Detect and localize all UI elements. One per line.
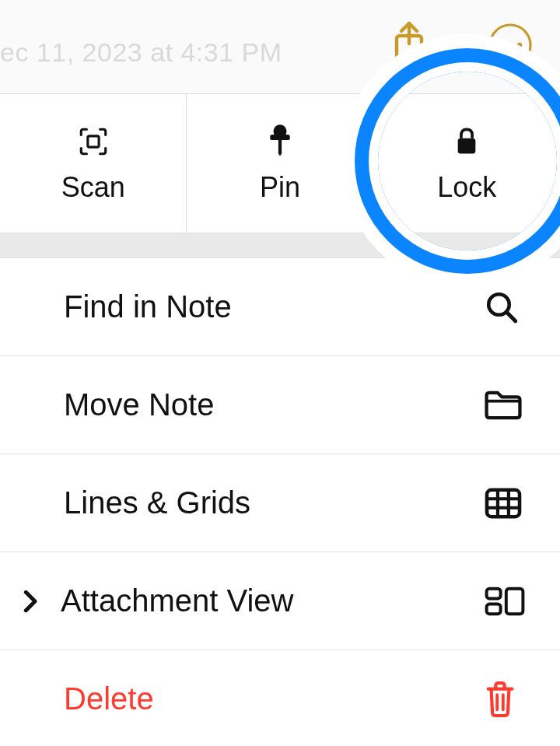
section-divider xyxy=(0,233,560,258)
lock-icon xyxy=(453,123,480,157)
quick-actions-row: Scan Pin Lock xyxy=(0,93,560,233)
share-button[interactable] xyxy=(390,20,428,64)
more-button[interactable] xyxy=(487,22,534,68)
menu-item-attachment-view[interactable]: Attachment View xyxy=(0,552,560,650)
pin-icon xyxy=(267,123,293,157)
svg-rect-11 xyxy=(487,489,520,516)
menu-item-label: Move Note xyxy=(64,387,484,422)
attachment-view-icon xyxy=(484,586,524,617)
grid-icon xyxy=(484,487,524,520)
svg-rect-5 xyxy=(88,136,99,147)
svg-rect-13 xyxy=(487,604,501,614)
svg-point-4 xyxy=(517,43,522,47)
svg-rect-9 xyxy=(458,138,476,154)
trash-icon xyxy=(484,680,524,719)
svg-point-3 xyxy=(508,43,513,47)
note-timestamp: ec 11, 2023 at 4:31 PM xyxy=(0,37,282,68)
menu-item-lines-grids[interactable]: Lines & Grids xyxy=(0,454,560,552)
menu-item-label: Delete xyxy=(64,681,484,716)
menu-item-label: Lines & Grids xyxy=(64,485,484,520)
menu-item-label: Find in Note xyxy=(64,289,484,324)
lock-button[interactable]: Lock xyxy=(374,94,560,233)
pin-button[interactable]: Pin xyxy=(187,94,373,233)
options-menu: Find in Note Move Note Lines & Grids xyxy=(0,258,560,746)
scan-button[interactable]: Scan xyxy=(0,94,187,233)
share-icon xyxy=(390,20,428,64)
search-icon xyxy=(484,289,524,325)
svg-point-2 xyxy=(499,43,503,47)
menu-item-move-note[interactable]: Move Note xyxy=(0,356,560,454)
chevron-right-icon xyxy=(23,590,61,613)
ellipsis-circle-icon xyxy=(487,22,534,68)
scan-label: Scan xyxy=(61,171,125,204)
toolbar: ec 11, 2023 at 4:31 PM xyxy=(0,0,560,93)
lock-label: Lock xyxy=(437,171,496,204)
folder-icon xyxy=(484,390,524,421)
svg-rect-8 xyxy=(278,138,282,154)
menu-item-delete[interactable]: Delete xyxy=(0,650,560,746)
menu-item-find-in-note[interactable]: Find in Note xyxy=(0,258,560,356)
pin-label: Pin xyxy=(260,171,300,204)
menu-item-label: Attachment View xyxy=(61,583,484,618)
svg-rect-12 xyxy=(487,588,501,598)
scan-icon xyxy=(78,123,109,157)
svg-rect-14 xyxy=(506,588,523,613)
